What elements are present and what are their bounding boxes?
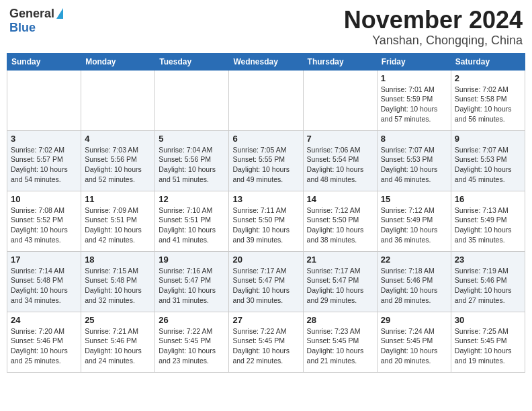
calendar-cell	[303, 70, 377, 130]
day-detail: Sunrise: 7:06 AMSunset: 5:54 PMDaylight:…	[307, 145, 373, 185]
calendar-cell: 13Sunrise: 7:11 AMSunset: 5:50 PMDayligh…	[229, 191, 303, 251]
calendar-cell: 6Sunrise: 7:05 AMSunset: 5:55 PMDaylight…	[229, 130, 303, 191]
day-number: 15	[381, 194, 447, 204]
day-number: 22	[381, 255, 447, 265]
calendar-week-row: 17Sunrise: 7:14 AMSunset: 5:48 PMDayligh…	[7, 251, 525, 312]
day-detail: Sunrise: 7:03 AMSunset: 5:56 PMDaylight:…	[85, 145, 151, 185]
calendar-body: 1Sunrise: 7:01 AMSunset: 5:59 PMDaylight…	[7, 70, 525, 372]
col-monday: Monday	[81, 53, 155, 70]
col-friday: Friday	[377, 53, 451, 70]
day-detail: Sunrise: 7:11 AMSunset: 5:50 PMDaylight:…	[232, 205, 299, 245]
day-number: 14	[307, 194, 373, 204]
calendar-cell: 10Sunrise: 7:08 AMSunset: 5:52 PMDayligh…	[7, 191, 81, 251]
calendar-cell	[229, 70, 303, 130]
calendar-subtitle: Yanshan, Chongqing, China	[344, 34, 523, 48]
day-number: 6	[232, 134, 299, 144]
calendar-cell: 2Sunrise: 7:02 AMSunset: 5:58 PMDaylight…	[451, 70, 525, 130]
day-number: 2	[455, 73, 521, 83]
day-number: 4	[85, 134, 151, 144]
calendar-cell: 29Sunrise: 7:24 AMSunset: 5:45 PMDayligh…	[377, 312, 451, 372]
calendar-cell: 25Sunrise: 7:21 AMSunset: 5:46 PMDayligh…	[81, 312, 155, 372]
day-detail: Sunrise: 7:19 AMSunset: 5:46 PMDaylight:…	[455, 266, 521, 306]
day-number: 18	[85, 255, 151, 265]
col-wednesday: Wednesday	[229, 53, 303, 70]
calendar-cell: 27Sunrise: 7:22 AMSunset: 5:45 PMDayligh…	[229, 312, 303, 372]
calendar-title-block: November 2024 Yanshan, Chongqing, China	[344, 7, 523, 48]
calendar-week-row: 3Sunrise: 7:02 AMSunset: 5:57 PMDaylight…	[7, 130, 525, 191]
logo-general-text: General	[9, 7, 54, 21]
calendar-cell: 11Sunrise: 7:09 AMSunset: 5:51 PMDayligh…	[81, 191, 155, 251]
calendar-cell: 9Sunrise: 7:07 AMSunset: 5:53 PMDaylight…	[451, 130, 525, 191]
day-detail: Sunrise: 7:02 AMSunset: 5:57 PMDaylight:…	[11, 145, 77, 185]
calendar-cell: 23Sunrise: 7:19 AMSunset: 5:46 PMDayligh…	[451, 251, 525, 312]
day-number: 11	[85, 194, 151, 204]
calendar-cell: 16Sunrise: 7:13 AMSunset: 5:49 PMDayligh…	[451, 191, 525, 251]
col-saturday: Saturday	[451, 53, 525, 70]
calendar-cell: 28Sunrise: 7:23 AMSunset: 5:45 PMDayligh…	[303, 312, 377, 372]
calendar-title: November 2024	[344, 7, 523, 34]
day-number: 5	[159, 134, 225, 144]
day-number: 9	[455, 134, 521, 144]
day-number: 3	[11, 134, 77, 144]
calendar-cell: 26Sunrise: 7:22 AMSunset: 5:45 PMDayligh…	[155, 312, 229, 372]
day-detail: Sunrise: 7:21 AMSunset: 5:46 PMDaylight:…	[85, 326, 151, 366]
calendar-cell: 22Sunrise: 7:18 AMSunset: 5:46 PMDayligh…	[377, 251, 451, 312]
col-thursday: Thursday	[303, 53, 377, 70]
day-number: 24	[11, 315, 77, 325]
calendar-cell: 4Sunrise: 7:03 AMSunset: 5:56 PMDaylight…	[81, 130, 155, 191]
day-detail: Sunrise: 7:25 AMSunset: 5:45 PMDaylight:…	[455, 326, 521, 366]
day-number: 27	[232, 315, 299, 325]
logo-blue-text: Blue	[9, 21, 36, 34]
day-detail: Sunrise: 7:23 AMSunset: 5:45 PMDaylight:…	[307, 326, 373, 366]
calendar-table: Sunday Monday Tuesday Wednesday Thursday…	[7, 53, 525, 373]
day-number: 17	[11, 255, 77, 265]
calendar-cell: 20Sunrise: 7:17 AMSunset: 5:47 PMDayligh…	[229, 251, 303, 312]
day-detail: Sunrise: 7:18 AMSunset: 5:46 PMDaylight:…	[381, 266, 447, 306]
day-number: 12	[159, 194, 225, 204]
calendar-cell: 30Sunrise: 7:25 AMSunset: 5:45 PMDayligh…	[451, 312, 525, 372]
day-number: 28	[307, 315, 373, 325]
day-number: 21	[307, 255, 373, 265]
calendar-week-row: 24Sunrise: 7:20 AMSunset: 5:46 PMDayligh…	[7, 312, 525, 372]
day-number: 25	[85, 315, 151, 325]
day-detail: Sunrise: 7:16 AMSunset: 5:47 PMDaylight:…	[159, 266, 225, 306]
day-detail: Sunrise: 7:15 AMSunset: 5:48 PMDaylight:…	[85, 266, 151, 306]
day-number: 16	[455, 194, 521, 204]
calendar-cell: 5Sunrise: 7:04 AMSunset: 5:56 PMDaylight…	[155, 130, 229, 191]
calendar-header-row: Sunday Monday Tuesday Wednesday Thursday…	[7, 53, 525, 70]
day-detail: Sunrise: 7:17 AMSunset: 5:47 PMDaylight:…	[232, 266, 299, 306]
calendar-week-row: 10Sunrise: 7:08 AMSunset: 5:52 PMDayligh…	[7, 191, 525, 251]
day-detail: Sunrise: 7:04 AMSunset: 5:56 PMDaylight:…	[159, 145, 225, 185]
day-number: 30	[455, 315, 521, 325]
calendar-cell	[81, 70, 155, 130]
day-detail: Sunrise: 7:10 AMSunset: 5:51 PMDaylight:…	[159, 205, 225, 245]
day-number: 10	[11, 194, 77, 204]
day-number: 1	[381, 73, 447, 83]
day-detail: Sunrise: 7:12 AMSunset: 5:49 PMDaylight:…	[381, 205, 447, 245]
day-detail: Sunrise: 7:22 AMSunset: 5:45 PMDaylight:…	[232, 326, 299, 366]
day-number: 8	[381, 134, 447, 144]
page-header: General Blue November 2024 Yanshan, Chon…	[7, 7, 525, 48]
calendar-cell: 1Sunrise: 7:01 AMSunset: 5:59 PMDaylight…	[377, 70, 451, 130]
day-detail: Sunrise: 7:07 AMSunset: 5:53 PMDaylight:…	[455, 145, 521, 185]
day-detail: Sunrise: 7:22 AMSunset: 5:45 PMDaylight:…	[159, 326, 225, 366]
calendar-cell: 3Sunrise: 7:02 AMSunset: 5:57 PMDaylight…	[7, 130, 81, 191]
day-number: 26	[159, 315, 225, 325]
calendar-cell: 21Sunrise: 7:17 AMSunset: 5:47 PMDayligh…	[303, 251, 377, 312]
calendar-cell: 19Sunrise: 7:16 AMSunset: 5:47 PMDayligh…	[155, 251, 229, 312]
day-detail: Sunrise: 7:07 AMSunset: 5:53 PMDaylight:…	[381, 145, 447, 185]
day-detail: Sunrise: 7:12 AMSunset: 5:50 PMDaylight:…	[307, 205, 373, 245]
day-number: 23	[455, 255, 521, 265]
calendar-cell: 8Sunrise: 7:07 AMSunset: 5:53 PMDaylight…	[377, 130, 451, 191]
day-detail: Sunrise: 7:13 AMSunset: 5:49 PMDaylight:…	[455, 205, 521, 245]
calendar-cell: 14Sunrise: 7:12 AMSunset: 5:50 PMDayligh…	[303, 191, 377, 251]
calendar-cell: 18Sunrise: 7:15 AMSunset: 5:48 PMDayligh…	[81, 251, 155, 312]
calendar-cell: 12Sunrise: 7:10 AMSunset: 5:51 PMDayligh…	[155, 191, 229, 251]
day-detail: Sunrise: 7:05 AMSunset: 5:55 PMDaylight:…	[232, 145, 299, 185]
calendar-week-row: 1Sunrise: 7:01 AMSunset: 5:59 PMDaylight…	[7, 70, 525, 130]
logo-triangle-icon	[56, 8, 63, 19]
day-detail: Sunrise: 7:01 AMSunset: 5:59 PMDaylight:…	[381, 85, 447, 124]
day-detail: Sunrise: 7:02 AMSunset: 5:58 PMDaylight:…	[455, 85, 521, 124]
day-number: 7	[307, 134, 373, 144]
calendar-cell: 24Sunrise: 7:20 AMSunset: 5:46 PMDayligh…	[7, 312, 81, 372]
